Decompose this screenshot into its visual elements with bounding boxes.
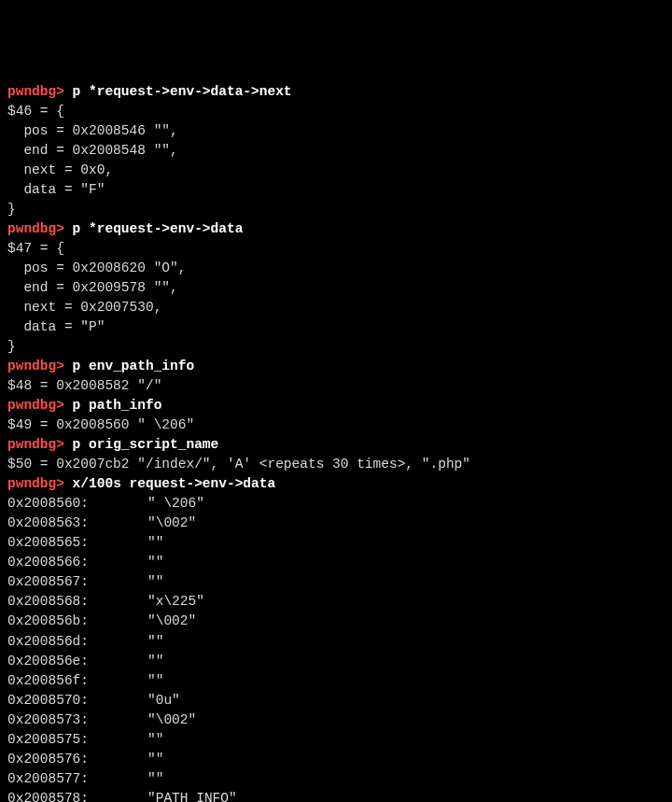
output-line: } (7, 202, 16, 217)
memdump-line: 0x2008575:"" (7, 732, 163, 747)
output-line: $49 = 0x2008560 " \206" (7, 417, 194, 432)
memdump-value: "\002" (147, 515, 196, 530)
memdump-address: 0x200856e: (7, 652, 147, 671)
memdump-address: 0x2008568: (7, 592, 147, 612)
memdump-address: 0x200856b: (7, 612, 147, 631)
output-line: $47 = { (7, 241, 64, 256)
output-line: $48 = 0x2008582 "/" (7, 378, 161, 393)
memdump-line: 0x2008570:"0u" (7, 693, 180, 708)
memdump-line: 0x200856b:"\002" (7, 613, 196, 628)
memdump-address: 0x2008570: (7, 691, 147, 711)
memdump-value: "" (147, 673, 163, 688)
memdump-line: 0x2008568:"x\225" (7, 594, 204, 609)
memdump-value: "" (147, 732, 163, 747)
output-line: $50 = 0x2007cb2 "/index/", 'A' <repeats … (7, 457, 470, 471)
memdump-value: "PATH_INFO" (147, 791, 237, 802)
memdump-address: 0x2008573: (7, 711, 147, 730)
output-line: pos = 0x2008546 "", (7, 123, 178, 138)
debugger-command[interactable]: p *request->env->data (64, 221, 243, 236)
output-line: pos = 0x2008620 "O", (7, 260, 186, 275)
memdump-line: 0x2008565:"" (7, 535, 163, 550)
output-line: end = 0x2009578 "", (7, 280, 178, 295)
debugger-prompt: pwndbg> (7, 437, 64, 452)
memdump-address: 0x2008560: (7, 494, 147, 514)
memdump-value: "" (147, 752, 163, 767)
memdump-line: 0x2008567:"" (7, 574, 163, 589)
debugger-command[interactable]: p *request->env->data->next (64, 84, 292, 99)
memdump-value: "0u" (147, 693, 180, 708)
memdump-line: 0x2008563:"\002" (7, 515, 196, 530)
output-line: $46 = { (7, 104, 64, 119)
memdump-address: 0x2008563: (7, 514, 147, 533)
output-line: end = 0x2008548 "", (7, 143, 178, 158)
memdump-line: 0x2008560:" \206" (7, 496, 204, 511)
memdump-value: "" (147, 535, 163, 550)
debugger-prompt: pwndbg> (7, 359, 64, 373)
memdump-value: "" (147, 574, 163, 589)
memdump-address: 0x2008576: (7, 750, 147, 769)
memdump-value: "" (147, 654, 163, 668)
debugger-prompt: pwndbg> (7, 84, 64, 99)
memdump-value: "" (147, 634, 163, 649)
terminal-output: pwndbg> p *request->env->data->next$46 =… (7, 82, 665, 802)
memdump-line: 0x200856f:"" (7, 673, 163, 688)
memdump-value: "x\225" (147, 594, 204, 609)
debugger-command[interactable]: p orig_script_name (64, 437, 218, 452)
memdump-line: 0x200856e:"" (7, 654, 163, 668)
output-line: data = "F" (7, 182, 105, 197)
debugger-command[interactable]: x/100s request->env->data (64, 476, 275, 491)
debugger-prompt: pwndbg> (7, 398, 64, 413)
debugger-command[interactable]: p path_info (64, 398, 161, 413)
memdump-address: 0x200856f: (7, 671, 147, 691)
memdump-address: 0x2008565: (7, 533, 147, 553)
memdump-value: " \206" (147, 496, 204, 511)
memdump-address: 0x2008566: (7, 553, 147, 572)
memdump-address: 0x200856d: (7, 632, 147, 652)
memdump-address: 0x2008577: (7, 769, 147, 789)
memdump-line: 0x2008577:"" (7, 771, 163, 786)
debugger-prompt: pwndbg> (7, 476, 64, 491)
output-line: data = "P" (7, 319, 105, 334)
memdump-line: 0x2008573:"\002" (7, 712, 196, 727)
memdump-line: 0x2008566:"" (7, 555, 163, 570)
debugger-prompt: pwndbg> (7, 221, 64, 236)
memdump-value: "\002" (147, 613, 196, 628)
memdump-value: "\002" (147, 712, 196, 727)
output-line: next = 0x2007530, (7, 300, 161, 315)
memdump-value: "" (147, 555, 163, 570)
memdump-address: 0x2008567: (7, 572, 147, 592)
memdump-line: 0x2008576:"" (7, 752, 163, 767)
memdump-address: 0x2008578: (7, 789, 147, 802)
debugger-command[interactable]: p env_path_info (64, 359, 194, 373)
memdump-address: 0x2008575: (7, 730, 147, 750)
output-line: next = 0x0, (7, 162, 113, 177)
output-line: } (7, 339, 16, 354)
memdump-line: 0x2008578:"PATH_INFO" (7, 791, 237, 802)
memdump-value: "" (147, 771, 163, 786)
memdump-line: 0x200856d:"" (7, 634, 163, 649)
